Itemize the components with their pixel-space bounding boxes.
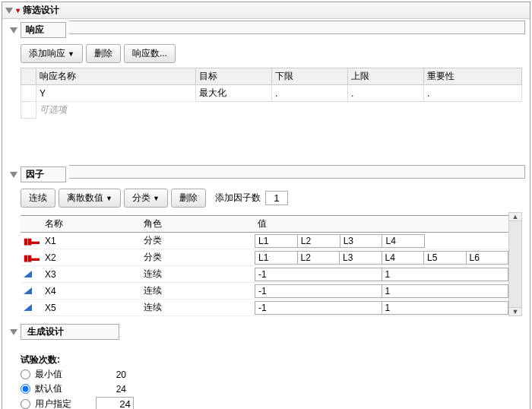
response-header-bar (69, 21, 525, 34)
response-count-button[interactable]: 响应数... (124, 44, 176, 63)
generate-header: 生成设计 (7, 322, 525, 341)
factor-role[interactable]: 连续 (141, 283, 255, 300)
dropdown-arrow-icon: ▼ (68, 50, 74, 58)
col-lower: 下限 (272, 68, 348, 85)
factors-header-bar (69, 165, 525, 179)
add-response-button[interactable]: 添加响应▼ (21, 44, 83, 63)
factor-values[interactable]: -11 (255, 268, 508, 281)
table-row[interactable]: ▮▮▬X1分类L1L2L3L4 (21, 233, 508, 249)
runs-user-radio[interactable] (21, 399, 30, 409)
add-factor-count-label: 添加因子数 (215, 192, 261, 204)
response-header: 响应 (7, 21, 69, 40)
table-row[interactable]: X3连续-11 (21, 266, 508, 283)
bar-chart-icon: ▮▮▬ (24, 236, 39, 246)
dropdown-main-icon[interactable]: ▾ (16, 6, 20, 14)
factor-values[interactable]: L1L2L3L4 (255, 234, 508, 248)
table-row[interactable]: X4连续-11 (21, 283, 508, 300)
response-table: 响应名称 目标 下限 上限 重要性 Y最大化...可选项 (21, 68, 522, 159)
dropdown-arrow-icon: ▼ (153, 195, 160, 202)
scroll-track[interactable] (509, 220, 521, 308)
disclose-factors-icon[interactable] (10, 172, 17, 178)
col-factor-name: 名称 (42, 216, 141, 233)
factors-title: 因子 (21, 166, 66, 182)
runs-user-label: 用户指定 (35, 398, 96, 409)
runs-default-value: 24 (96, 384, 126, 395)
factor-role[interactable]: 分类 (141, 233, 255, 249)
col-factor-values: 值 (255, 216, 508, 233)
factor-name[interactable]: X5 (42, 300, 141, 316)
factors-header: 因子 (7, 165, 69, 184)
response-title: 响应 (21, 22, 66, 38)
factor-name[interactable]: X4 (42, 283, 141, 300)
categorical-button[interactable]: 分类▼ (124, 189, 168, 208)
table-row[interactable]: ▮▮▬X2分类L1L2L3L4L5L6 (21, 249, 508, 266)
factor-name[interactable]: X2 (42, 249, 141, 266)
col-importance: 重要性 (424, 68, 522, 85)
col-response-name: 响应名称 (36, 68, 196, 85)
continuous-icon (24, 271, 32, 277)
scrollbar[interactable]: ▲ ▼ (508, 212, 522, 316)
add-factor-count-input[interactable] (265, 191, 288, 205)
factor-values[interactable]: -11 (255, 301, 508, 315)
factor-role[interactable]: 连续 (141, 300, 255, 316)
runs-min-radio[interactable] (21, 369, 30, 379)
runs-label: 试验次数: (21, 354, 522, 366)
factor-role[interactable]: 连续 (141, 266, 255, 283)
runs-user-input[interactable] (96, 397, 134, 409)
continuous-icon (24, 304, 32, 311)
factor-name[interactable]: X1 (42, 233, 141, 249)
dropdown-arrow-icon: ▼ (106, 195, 112, 202)
delete-factor-button[interactable]: 删除 (171, 189, 206, 208)
runs-default-radio[interactable] (21, 384, 30, 394)
runs-default-label: 默认值 (35, 382, 96, 395)
delete-response-button[interactable]: 删除 (86, 44, 121, 63)
continuous-button[interactable]: 连续 (21, 189, 55, 208)
factor-role[interactable]: 分类 (141, 249, 255, 266)
table-row[interactable]: X5连续-11 (21, 300, 508, 316)
bar-chart-icon: ▮▮▬ (24, 253, 39, 262)
discrete-numeric-button[interactable]: 离散数值▼ (59, 189, 121, 208)
factor-values[interactable]: -11 (255, 284, 508, 298)
factors-table: 名称 角色 值 ▮▮▬X1分类L1L2L3L4▮▮▬X2分类L1L2L3L4L5… (21, 215, 508, 316)
scroll-up-icon[interactable]: ▲ (512, 213, 519, 220)
scroll-down-icon[interactable]: ▼ (512, 308, 519, 315)
factor-values[interactable]: L1L2L3L4L5L6 (255, 251, 508, 265)
disclose-generate-icon[interactable] (10, 329, 17, 335)
col-goal: 目标 (196, 68, 272, 85)
generate-title: 生成设计 (21, 324, 119, 340)
factor-name[interactable]: X3 (42, 266, 141, 283)
main-header: ▾ 筛选设计 (2, 2, 530, 19)
continuous-icon (24, 287, 32, 294)
main-title: 筛选设计 (23, 4, 59, 17)
runs-min-value: 20 (96, 369, 126, 380)
col-upper: 上限 (348, 68, 424, 85)
col-factor-role: 角色 (141, 216, 255, 233)
disclose-response-icon[interactable] (10, 27, 17, 33)
placeholder-row[interactable]: 可选项 (21, 102, 522, 119)
col-blank (21, 68, 36, 85)
table-row[interactable]: Y最大化... (21, 85, 522, 102)
runs-min-label: 最小值 (35, 368, 96, 381)
disclose-main-icon[interactable] (5, 8, 13, 14)
